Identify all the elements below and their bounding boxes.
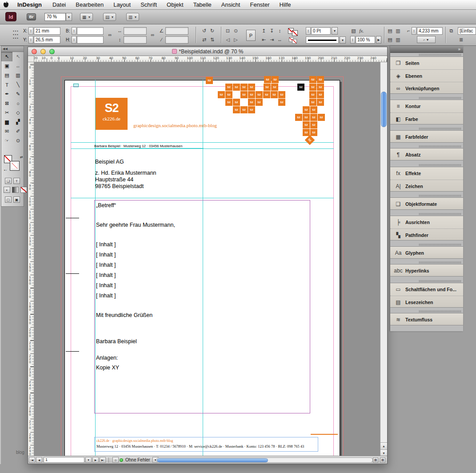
constrain-proportions-icon[interactable]: ∞ [107,31,113,38]
gradient-feather-tool[interactable]: ▞ [12,117,24,127]
scroll-up-icon[interactable]: ▲ [380,442,387,449]
formatting-affects-text-button[interactable]: T [13,178,20,184]
object-style-field[interactable]: [Einfac [458,27,476,35]
next-page-button[interactable]: ▶ [92,457,99,463]
select-content-icon[interactable]: ⊙ [232,27,239,34]
scale-x-field[interactable] [124,27,147,35]
panel-item-effekte[interactable]: fxEffekte [390,167,463,180]
rectangle-frame-tool[interactable]: ⊠ [1,99,12,108]
pen-tool[interactable]: ✒ [1,89,12,99]
selection-tool[interactable]: ↖ [1,52,12,61]
shear-angle-field[interactable] [165,36,188,44]
text-wrap-skip-icon[interactable]: ▥ [395,36,401,43]
panel-item-lesezeichen[interactable]: ▤Lesezeichen [390,296,463,308]
stroke-weight-stepper[interactable] [306,27,311,35]
height-field[interactable] [77,36,104,44]
menu-hilfe[interactable]: Hilfe [275,1,296,8]
rotate-ccw-icon[interactable]: ↺ [201,27,208,34]
scissors-tool[interactable]: ✂ [1,108,12,117]
swap-fill-stroke-icon[interactable]: ⇄ [20,155,23,159]
panel-item-seiten[interactable]: ❐Seiten [390,57,463,69]
apply-gradient-button[interactable] [12,187,19,193]
rotate-cw-icon[interactable]: ↻ [209,27,216,34]
menu-tabelle[interactable]: Tabelle [188,1,216,8]
normal-view-button[interactable]: ▢ [5,196,12,203]
link-scale-icon[interactable]: ∞ [149,31,156,38]
rotation-angle-field[interactable] [165,27,188,35]
panel-item-kontur[interactable]: ≡Kontur [390,100,463,112]
fill-stroke-proxy-small[interactable] [289,37,297,44]
screen-mode-button[interactable]: ▤▼ [103,13,116,21]
align-horizontal-icon[interactable]: ↔ [276,36,283,43]
effects-icon[interactable]: ▧ [350,27,357,34]
width-field[interactable] [77,27,104,35]
type-tool[interactable]: T [1,80,12,89]
align-right-icon[interactable]: ⇥ [268,36,275,43]
expand-panels-icon[interactable]: » [458,47,460,52]
x-stepper[interactable] [28,27,33,35]
view-options-button[interactable]: ▦▼ [80,13,93,21]
gradient-tool[interactable]: ▆ [1,117,12,127]
window-titlebar[interactable]: *Beispieldatei.indd @ 70 % [28,47,387,56]
apply-none-button[interactable] [20,187,27,193]
align-bottom-icon[interactable]: ↧ [268,27,275,34]
panel-item-ausrichten[interactable]: ╞Ausrichten [390,216,463,228]
corner-radius-stepper[interactable] [412,27,416,35]
menu-objekt[interactable]: Objekt [162,1,188,8]
apple-icon[interactable] [0,1,12,8]
panel-item-farbfelder[interactable]: ▦Farbfelder [390,131,463,143]
select-previous-icon[interactable]: ◁ [224,36,231,43]
fill-stroke-proxy[interactable] [288,28,298,36]
zoom-tool[interactable]: ⊙ [12,136,24,145]
position-badge[interactable]: P [246,30,256,41]
panel-item-glyphen[interactable]: AaGlyphen [390,247,463,259]
letter-body-frame[interactable]: „Betreff“Sehr geehrte Frau Mustermann,[ … [94,200,310,413]
panel-item-absatz[interactable]: ¶Absatz [390,148,463,161]
zoom-dropdown-icon[interactable]: ▼ [66,13,72,21]
pencil-tool[interactable]: ✎ [12,89,24,99]
stroke-weight-field[interactable]: 0 Pt [311,27,331,35]
flip-vertical-icon[interactable]: ⇅ [209,36,216,43]
first-page-button[interactable]: |◀ [29,457,35,463]
panel-item-schaltfl-chen-und-fo[interactable]: ▭Schaltflächen und Fo... [390,283,463,296]
footer-frame[interactable]: ck226.de · graphicdesign.socialmedia.pho… [94,437,318,452]
text-wrap-jump-icon[interactable]: ▤ [387,36,393,43]
menu-datei[interactable]: Datei [48,1,71,8]
align-left-icon[interactable]: ⇤ [260,36,267,43]
previous-page-button[interactable]: ◀ [36,457,42,463]
ruler-guide[interactable] [71,148,334,149]
y-stepper[interactable] [28,36,33,44]
content-placer-tool[interactable]: ▥ [12,71,24,80]
opacity-dropdown[interactable]: ▶ [376,36,381,44]
hand-tool[interactable]: ☞ [1,136,12,145]
align-vertical-icon[interactable]: ↕ [276,27,283,34]
reference-point-proxy[interactable] [12,29,20,41]
vertical-ruler[interactable]: 0102030405060708090100110120130140150160… [28,62,34,457]
panel-item-objektformate[interactable]: ❑Objektformate [390,198,463,210]
y-field[interactable]: 26,5 mm [34,36,60,44]
scale-y-field[interactable] [124,36,147,44]
text-wrap-none-icon[interactable]: ▤ [387,27,393,34]
default-fill-stroke-icon[interactable]: ▪▫ [4,168,7,172]
select-container-icon[interactable]: ⊡ [224,27,231,34]
stroke-style-arrow[interactable]: ▼ [340,36,346,44]
opacity-field[interactable]: 100 % [356,36,375,44]
zoom-level-field[interactable]: 70 % [44,13,66,21]
content-collector-tool[interactable]: ▤ [1,71,12,80]
panel-item-textumfluss[interactable]: ≋Textumfluss [390,313,463,326]
recipient-address-frame[interactable]: Beispiel AGz. Hd. Erika MustermannHaupts… [95,159,193,190]
preview-mode-button[interactable]: ▣ [13,196,20,203]
page-tool[interactable]: ▣ [1,61,12,71]
app-menu[interactable]: InDesign [12,1,48,8]
line-tool[interactable]: ╲ [12,80,24,89]
formatting-affects-container-button[interactable]: ❏ [5,178,12,184]
corner-shape-dropdown[interactable]: ⌐ ▼ [417,36,436,43]
ruler-origin-box[interactable] [28,56,34,62]
menu-bearbeiten[interactable]: Bearbeiten [71,1,108,8]
corner-radius-field[interactable]: 4,233 mm [417,27,443,35]
menu-schrift[interactable]: Schrift [136,1,162,8]
fx-button[interactable]: fx. [358,27,365,34]
object-style-icon[interactable]: ⧉ [448,27,455,34]
tools-collapse-bar[interactable]: ◀◀ [1,46,24,52]
page-dropdown[interactable]: ▼ [85,457,92,463]
